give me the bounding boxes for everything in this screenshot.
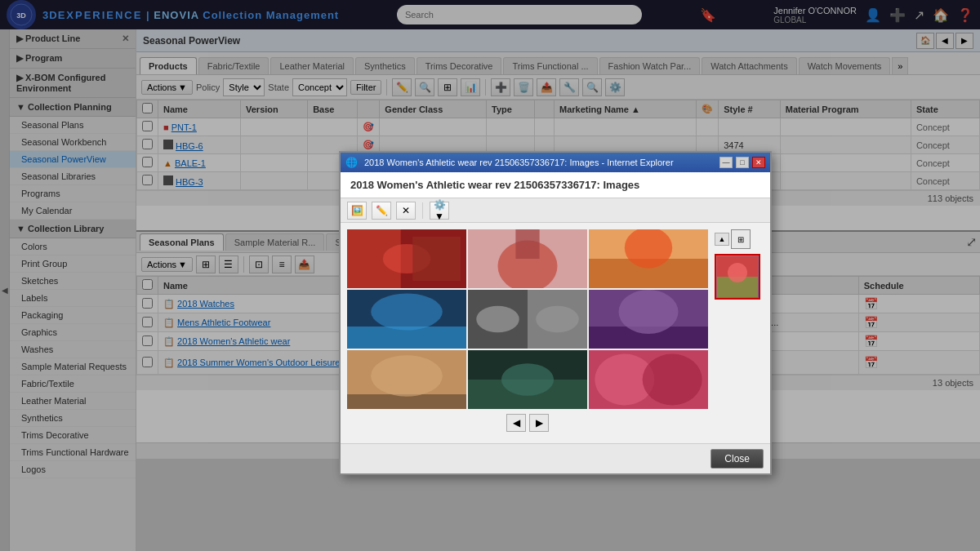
dialog-img-2[interactable] — [468, 229, 587, 288]
svg-point-17 — [476, 306, 519, 332]
dialog-browser-icon: 🌐 — [345, 157, 358, 168]
svg-point-27 — [501, 363, 554, 396]
dialog-heading-text: 2018 Women's Athletic wear rev 215063573… — [350, 179, 639, 191]
svg-rect-5 — [412, 237, 460, 281]
dialog-nav: ◀ ▶ — [347, 409, 708, 437]
images-dialog: 🌐 2018 Women's Athletic wear rev 2150635… — [339, 151, 772, 475]
dialog-img-4[interactable] — [347, 290, 466, 349]
dialog-maximize-btn[interactable]: □ — [736, 157, 749, 168]
dialog-image-grid: ◀ ▶ — [347, 229, 708, 437]
dialog-img-6[interactable] — [589, 290, 708, 349]
svg-rect-23 — [347, 394, 466, 409]
dialog-img-7[interactable] — [347, 350, 466, 409]
dialog-settings-btn[interactable]: ⚙️ ▼ — [430, 202, 449, 220]
svg-point-33 — [728, 263, 747, 282]
dialog-thumb-panel: ▲ ⊞ — [715, 229, 764, 437]
dialog-heading: 2018 Women's Athletic wear rev 215063573… — [341, 172, 770, 198]
dialog-view-btn[interactable]: 🖼️ — [347, 202, 367, 220]
dialog-img-5[interactable] — [468, 290, 587, 349]
dialog-img-9[interactable] — [589, 350, 708, 409]
dialog-close-btn[interactable]: Close — [710, 449, 764, 469]
thumb-expand-btn[interactable]: ⊞ — [731, 229, 751, 249]
svg-point-14 — [371, 294, 443, 331]
thumb-nav-up[interactable]: ▲ — [715, 233, 729, 246]
dialog-sep — [422, 202, 423, 219]
svg-point-30 — [643, 354, 702, 406]
svg-point-21 — [619, 290, 679, 334]
dialog-next-btn[interactable]: ▶ — [529, 414, 549, 432]
dialog-img-1[interactable] — [347, 229, 466, 288]
svg-point-18 — [536, 306, 579, 332]
svg-point-24 — [371, 355, 443, 396]
svg-rect-8 — [515, 229, 539, 259]
dialog-img-3[interactable] — [589, 229, 708, 288]
dialog-thumb-1[interactable] — [715, 254, 760, 300]
dialog-title: 2018 Women's Athletic wear rev 215063573… — [364, 158, 716, 167]
dialog-close-titlebar-btn[interactable]: ✕ — [752, 157, 765, 168]
dialog-minimize-btn[interactable]: — — [719, 157, 733, 168]
dialog-footer: Close — [341, 443, 770, 473]
dialog-overlay: 🌐 2018 Women's Athletic wear rev 2150635… — [0, 0, 980, 551]
dialog-content: ◀ ▶ ▲ ⊞ — [341, 223, 770, 443]
dialog-titlebar: 🌐 2018 Women's Athletic wear rev 2150635… — [341, 153, 770, 172]
dialog-img-8[interactable] — [468, 350, 587, 409]
dialog-delete-btn[interactable]: ✕ — [396, 202, 416, 220]
dialog-inner-toolbar: 🖼️ ✏️ ✕ ⚙️ ▼ — [341, 198, 770, 223]
dialog-edit-btn[interactable]: ✏️ — [372, 202, 391, 220]
dialog-prev-btn[interactable]: ◀ — [506, 414, 526, 432]
